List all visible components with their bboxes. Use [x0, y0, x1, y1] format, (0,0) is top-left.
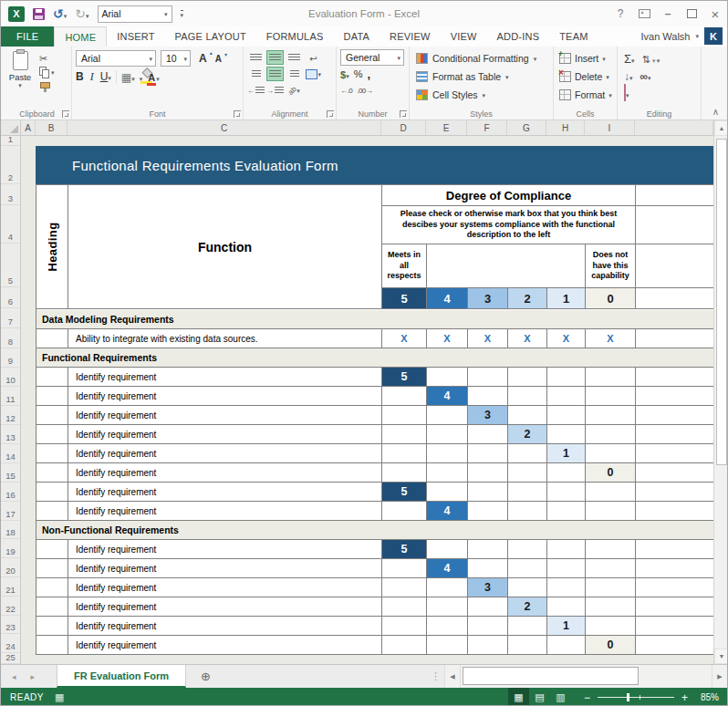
empty-cell[interactable]	[636, 444, 713, 463]
score-cell[interactable]	[586, 425, 636, 444]
score-cell[interactable]: 3	[468, 406, 508, 425]
row-header-3[interactable]: 3	[1, 184, 20, 205]
item-label-cell[interactable]: Identify requirement	[68, 483, 382, 502]
score-cell[interactable]: 0	[586, 463, 636, 483]
row-header-16[interactable]: 16	[1, 483, 20, 502]
copy-button[interactable]: ▾	[39, 67, 55, 78]
increase-indent-button[interactable]: →	[266, 83, 284, 98]
instruction-cell[interactable]: Please check or otherwise mark box that …	[382, 206, 636, 244]
score-cell[interactable]: 4	[427, 559, 468, 578]
tab-data[interactable]: DATA	[334, 26, 380, 47]
row-header-18[interactable]: 18	[1, 521, 20, 539]
accounting-format-button[interactable]: ▾	[340, 66, 349, 82]
score-cell[interactable]	[508, 387, 547, 406]
score-cell[interactable]: X	[547, 329, 586, 348]
score-cell[interactable]	[427, 578, 468, 597]
score-cell[interactable]	[427, 444, 468, 463]
scroll-left-icon[interactable]: ◀	[444, 665, 460, 688]
qat-font-combo[interactable]: Arial▾	[98, 5, 172, 23]
item-label-cell[interactable]: Identify requirement	[68, 617, 382, 636]
score-cell[interactable]: X	[586, 329, 636, 348]
item-label-cell[interactable]: Identify requirement	[68, 540, 382, 559]
close-button[interactable]	[703, 1, 727, 26]
score-header-cell-0[interactable]: 0	[586, 288, 636, 309]
item-label-cell[interactable]: Identify requirement	[68, 578, 382, 597]
redo-dropdown-icon[interactable]: ▾	[86, 13, 89, 19]
empty-cell[interactable]	[636, 597, 713, 617]
number-dialog-launcher-icon[interactable]	[400, 110, 407, 118]
collapse-ribbon-icon[interactable]	[712, 107, 719, 117]
empty-cell[interactable]	[636, 425, 713, 444]
empty-cell[interactable]	[36, 425, 68, 444]
row-header-12[interactable]: 12	[1, 406, 20, 425]
score-cell[interactable]: 5	[382, 483, 427, 502]
score-cell[interactable]: 2	[508, 425, 547, 444]
score-cell[interactable]: X	[468, 329, 508, 348]
tab-page-layout[interactable]: PAGE LAYOUT	[165, 26, 256, 47]
row-header-1[interactable]: 1	[1, 136, 20, 146]
row-header-5[interactable]: 5	[1, 244, 20, 287]
score-cell[interactable]	[382, 463, 427, 483]
zoom-out-button[interactable]: −	[584, 691, 590, 704]
empty-cell[interactable]	[36, 636, 68, 655]
heading-column-header[interactable]: Heading	[36, 185, 68, 309]
row-header-25[interactable]: 25	[1, 653, 20, 664]
fill-button[interactable]: ▾	[624, 67, 633, 84]
avatar[interactable]: K	[704, 27, 723, 45]
empty-cell[interactable]	[636, 617, 713, 636]
empty-cell[interactable]	[636, 463, 713, 483]
column-header-blank[interactable]	[635, 120, 713, 135]
empty-cell[interactable]	[636, 540, 713, 559]
scroll-down-icon[interactable]: ▼	[714, 649, 728, 664]
new-sheet-icon[interactable]: ⊕	[201, 665, 211, 688]
undo-dropdown-icon[interactable]: ▾	[64, 13, 68, 19]
customize-qat-icon[interactable]	[181, 10, 184, 18]
score-cell[interactable]: 2	[508, 597, 547, 617]
empty-cell[interactable]	[36, 387, 68, 406]
score-cell[interactable]	[427, 617, 468, 636]
column-header-B[interactable]: B	[36, 120, 68, 135]
alignment-dialog-launcher-icon[interactable]	[327, 110, 334, 118]
cell-styles-button[interactable]: Cell Styles▾	[413, 86, 549, 104]
row-header-22[interactable]: 22	[1, 597, 20, 616]
empty-cell[interactable]	[427, 244, 586, 288]
italic-button[interactable]: I	[90, 70, 94, 84]
empty-cell[interactable]	[36, 559, 68, 578]
tab-home[interactable]: HOME	[54, 26, 107, 47]
column-header-F[interactable]: F	[467, 120, 507, 135]
column-header-H[interactable]: H	[546, 120, 585, 135]
does-not-have-capability-header[interactable]: Does not have this capability	[586, 244, 636, 288]
decrease-font-button[interactable]: A	[215, 54, 222, 64]
score-cell[interactable]	[508, 463, 547, 483]
score-cell[interactable]	[547, 636, 586, 655]
score-cell[interactable]	[547, 425, 586, 444]
align-bottom-button[interactable]	[286, 50, 303, 65]
score-cell[interactable]	[508, 540, 547, 559]
row-header-7[interactable]: 7	[1, 308, 20, 328]
clipboard-dialog-launcher-icon[interactable]	[62, 110, 69, 118]
score-cell[interactable]	[508, 502, 547, 521]
score-cell[interactable]	[586, 578, 636, 597]
empty-cell[interactable]	[36, 444, 68, 463]
format-painter-button[interactable]	[39, 81, 55, 92]
find-select-button[interactable]: ▾	[640, 67, 651, 84]
zoom-slider-handle[interactable]	[627, 693, 629, 701]
empty-cell[interactable]	[636, 578, 713, 597]
score-cell[interactable]	[508, 483, 547, 502]
empty-cell[interactable]	[36, 406, 68, 425]
wrap-text-button[interactable]	[305, 50, 322, 65]
decrease-decimal-button[interactable]: .00→	[357, 87, 372, 95]
font-size-combo[interactable]: 10▾	[161, 50, 191, 67]
row-header-23[interactable]: 23	[1, 616, 20, 634]
score-cell[interactable]	[508, 444, 547, 463]
normal-view-button[interactable]	[508, 688, 529, 706]
score-cell[interactable]	[382, 617, 427, 636]
vertical-scroll-thumb[interactable]	[716, 139, 727, 465]
score-cell[interactable]	[427, 597, 468, 617]
row-header-14[interactable]: 14	[1, 444, 20, 463]
cut-button[interactable]	[39, 52, 55, 63]
score-cell[interactable]	[427, 636, 468, 655]
select-all-corner[interactable]	[1, 120, 21, 135]
percent-style-button[interactable]: %	[354, 68, 363, 79]
column-header-C[interactable]: C	[68, 120, 381, 135]
